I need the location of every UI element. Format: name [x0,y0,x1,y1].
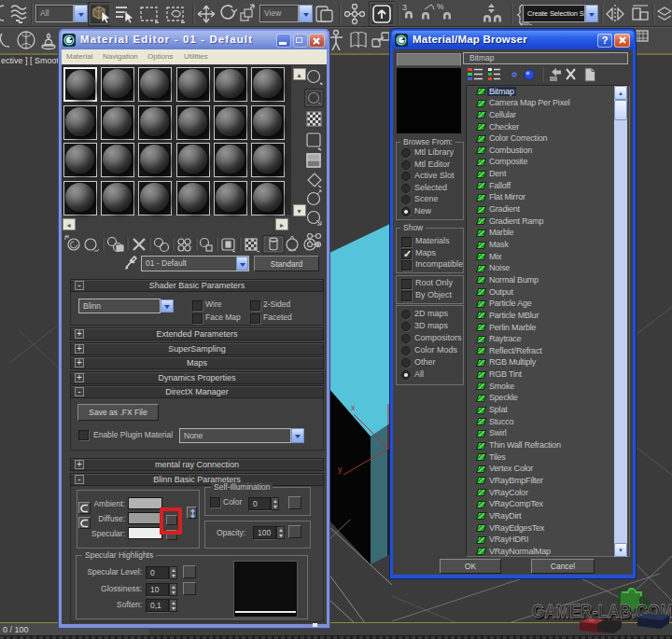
svg-text:%: % [437,2,444,11]
svg-text:x: x [351,403,356,412]
svg-text:3: 3 [402,3,407,12]
svg-text:y: y [338,465,343,474]
